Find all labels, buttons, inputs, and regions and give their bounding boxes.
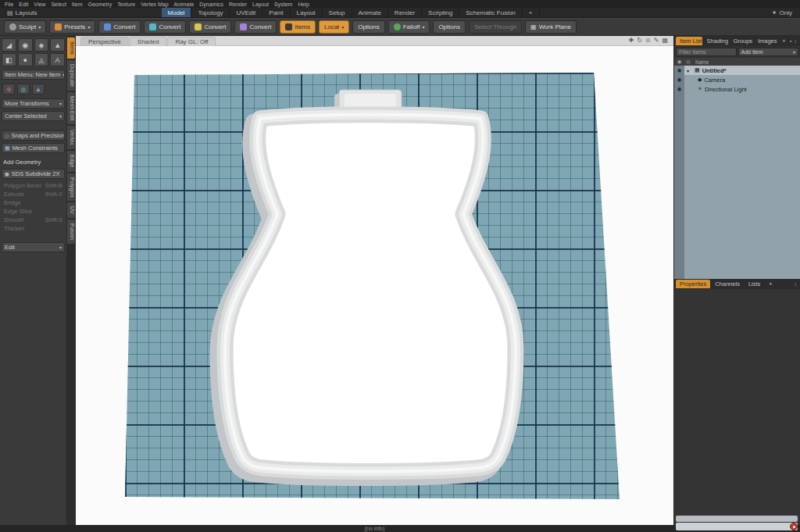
layout-tab-layout[interactable]: Layout [291, 8, 323, 17]
only-toggle[interactable]: ✶ Only [772, 9, 800, 16]
layout-tab-setup[interactable]: Setup [323, 8, 352, 17]
side-tab-vertex[interactable]: Vertex [67, 126, 75, 149]
options-button-2[interactable]: Options [433, 20, 466, 34]
tab-item-list[interactable]: Item List [676, 37, 702, 45]
visibility-eye-icon[interactable]: ◉ [674, 86, 684, 92]
tab-lists[interactable]: Lists [745, 280, 764, 288]
command-history-bar[interactable] [676, 516, 798, 522]
menu-texture[interactable]: Texture [117, 2, 135, 7]
tab-properties[interactable]: Properties [676, 280, 710, 288]
item-row-camera[interactable]: ◉ ◆ Camera [674, 75, 800, 84]
viewport-tab-raygl[interactable]: Ray GL: Off [167, 37, 216, 46]
side-tab-fusion[interactable]: Fusion [67, 220, 75, 244]
menu-view[interactable]: View [34, 2, 45, 7]
presets-button[interactable]: Presets ▾ [49, 20, 95, 34]
snaps-precision-button[interactable]: ◇ Snaps and Precision [2, 130, 65, 141]
tool-button-3[interactable]: ◈ [34, 38, 49, 52]
item-list[interactable]: ◉ ▾ ▦ Untitled* ◉ ◆ Camera ◉ ✶ Direction… [674, 66, 800, 279]
item-row-main[interactable]: ▾ ▦ Untitled* [684, 66, 800, 75]
filter-items-input[interactable] [676, 48, 737, 56]
select-through-button[interactable]: Select Through [469, 20, 522, 34]
convert-button-1[interactable]: Convert [98, 20, 141, 34]
draw-icon[interactable]: ✎ [654, 37, 659, 44]
tree-expand-icon[interactable]: ▾ [687, 68, 692, 73]
menu-dynamics[interactable]: Dynamics [199, 2, 223, 7]
menu-system[interactable]: System [274, 2, 292, 7]
viewport-3d[interactable]: Perspective Shaded Ray GL: Off ✚ ↻ ⊙ ✎ ▦ [76, 36, 673, 525]
menu-select[interactable]: Select [51, 2, 66, 7]
menu-geometry[interactable]: Geometry [88, 2, 112, 7]
tool-button-6[interactable]: ● [18, 53, 33, 66]
tool-button-7[interactable]: ◬ [34, 53, 49, 66]
menu-layout[interactable]: Layout [252, 2, 269, 7]
grid-toggle-icon[interactable]: ▦ [662, 37, 668, 44]
visibility-eye-icon[interactable]: ◉ [674, 77, 684, 83]
menu-render[interactable]: Render [229, 2, 247, 7]
record-macro-icon[interactable] [790, 523, 798, 530]
layout-tab-render[interactable]: Render [388, 8, 422, 17]
item-row-directional-light[interactable]: ◉ ✶ Directional Light [674, 84, 800, 94]
viewport-tab-shaded[interactable]: Shaded [130, 37, 167, 46]
add-item-button[interactable]: Add Item ▾ [738, 48, 799, 56]
tool-button-5[interactable]: ◧ [2, 53, 16, 66]
sculpt-button[interactable]: Sculpt ▾ [4, 20, 46, 34]
items-mode-button[interactable]: Items [280, 20, 316, 34]
layout-tab-topology[interactable]: Topology [191, 8, 230, 17]
cone-button[interactable]: ▲ [32, 84, 45, 95]
globe-button[interactable]: ◍ [17, 84, 30, 95]
side-tab-polygon[interactable]: Polygon [67, 173, 75, 201]
zoom-icon[interactable]: ⊙ [645, 37, 651, 44]
convert-button-2[interactable]: Convert [144, 20, 186, 34]
rotate-icon[interactable]: ↻ [637, 37, 642, 44]
layout-tab-scripting[interactable]: Scripting [422, 8, 459, 17]
center-selected-dropdown[interactable]: Center Selected ▾ [2, 111, 65, 121]
tool-button-4[interactable]: ▲ [50, 38, 65, 52]
panel-expand-icon[interactable]: ↕ [795, 281, 798, 287]
item-row-untitled[interactable]: ◉ ▾ ▦ Untitled* [674, 66, 800, 75]
layout-tab-paint[interactable]: Paint [262, 8, 290, 17]
menu-file[interactable]: File [5, 2, 13, 7]
options-button-1[interactable]: Options [352, 20, 385, 34]
axis-gizmo-button[interactable]: ⊕ [2, 84, 15, 95]
panel-expand-icon[interactable]: ↕ [795, 38, 798, 44]
convert-button-4[interactable]: Convert [234, 20, 277, 34]
add-panel-tab[interactable]: + [778, 37, 789, 45]
layout-tab-uvedit[interactable]: UVEdit [230, 8, 262, 17]
work-plane-button[interactable]: ▦ Work Plane [525, 20, 577, 34]
side-tab-uv[interactable]: UV [67, 202, 75, 218]
add-panel-tab[interactable]: + [765, 280, 776, 288]
menu-edit[interactable]: Edit [19, 2, 28, 7]
menu-vertex-map[interactable]: Vertex Map [141, 2, 168, 7]
cookie-cutter-model[interactable] [76, 36, 673, 525]
menu-item[interactable]: Item [72, 2, 83, 7]
side-tab-edge[interactable]: Edge [67, 151, 75, 171]
layout-tab-schematic-fusion[interactable]: Schematic Fusion [459, 8, 523, 17]
move-icon[interactable]: ✚ [629, 37, 634, 44]
add-layout-tab[interactable]: + [523, 8, 540, 17]
tab-images[interactable]: Images [754, 37, 777, 45]
convert-button-3[interactable]: Convert [189, 20, 231, 34]
viewport-tab-perspective[interactable]: Perspective [80, 37, 129, 46]
falloff-button[interactable]: Falloff ▾ [388, 20, 430, 34]
sds-subdivide-button[interactable]: ◼ SDS Subdivide 2X [2, 169, 65, 179]
local-axis-button[interactable]: Local ▾ [319, 20, 349, 34]
menu-help[interactable]: Help [298, 2, 309, 7]
layout-tab-model[interactable]: Model [162, 8, 192, 17]
side-tab-mesh-edit[interactable]: Mesh Edit [67, 92, 75, 124]
tool-button-8[interactable]: A [50, 53, 65, 66]
side-tab-duplicate[interactable]: Duplicate [67, 60, 75, 91]
item-menu-dropdown[interactable]: Item Menu: New Item ▾ [2, 70, 65, 80]
layout-tab-animate[interactable]: Animate [352, 8, 388, 17]
tab-shading[interactable]: Shading [703, 37, 729, 45]
layouts-menu[interactable]: ▤ Layouts [0, 9, 45, 16]
tab-channels[interactable]: Channels [711, 280, 744, 288]
side-tab-items[interactable]: Items [67, 37, 75, 59]
mesh-constraints-button[interactable]: ▦ Mesh Constraints [2, 143, 65, 153]
add-geometry-header[interactable]: Add Geometry [2, 155, 65, 166]
item-row-main[interactable]: ◆ Camera [684, 75, 800, 84]
command-input-bar[interactable] [676, 523, 798, 530]
visibility-eye-icon[interactable]: ◉ [674, 67, 684, 73]
edit-dropdown[interactable]: Edit ▾ [2, 242, 65, 252]
tool-button-1[interactable]: ◢ [2, 38, 16, 52]
more-transforms-dropdown[interactable]: More Transforms ▾ [2, 98, 65, 109]
